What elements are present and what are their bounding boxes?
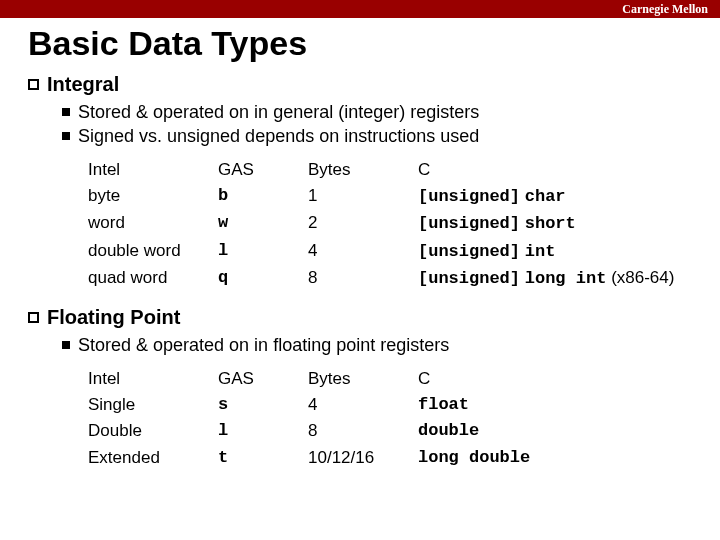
integral-bullets: Stored & operated on in general (integer… (62, 100, 692, 149)
cell-bytes: 2 (308, 210, 418, 237)
cell-c: [unsigned] long int (x86-64) (418, 265, 692, 292)
float-bullets: Stored & operated on in floating point r… (62, 333, 692, 357)
c-type: char (525, 187, 566, 206)
table-row: byte b 1 [unsigned] char (88, 183, 692, 210)
cell-c: [unsigned] short (418, 210, 692, 237)
c-type: long int (525, 269, 607, 288)
list-item: Signed vs. unsigned depends on instructi… (62, 124, 692, 148)
cell-intel: quad word (88, 265, 218, 292)
cell-gas: w (218, 210, 308, 237)
integral-heading: Integral (28, 73, 692, 96)
cell-gas: l (218, 418, 308, 444)
float-heading-text: Floating Point (47, 306, 180, 329)
cell-bytes: 8 (308, 265, 418, 292)
col-intel: Intel (88, 366, 218, 392)
cell-bytes: 8 (308, 418, 418, 444)
c-type: short (525, 214, 576, 233)
c-prefix: [unsigned] (418, 187, 520, 206)
slide-content: Basic Data Types Integral Stored & opera… (0, 18, 720, 471)
cell-intel: Single (88, 392, 218, 418)
table-row: Single s 4 float (88, 392, 692, 418)
table-row: Double l 8 double (88, 418, 692, 444)
square-bullet-icon (62, 132, 70, 140)
cell-gas: t (218, 445, 308, 471)
list-item: Stored & operated on in floating point r… (62, 333, 692, 357)
c-prefix: [unsigned] (418, 242, 520, 261)
table-row: Extended t 10/12/16 long double (88, 445, 692, 471)
cell-intel: Extended (88, 445, 218, 471)
bullet-text: Stored & operated on in general (integer… (78, 100, 479, 124)
cell-intel: byte (88, 183, 218, 210)
cell-bytes: 10/12/16 (308, 445, 418, 471)
header-bar: Carnegie Mellon (0, 0, 720, 18)
table-row: double word l 4 [unsigned] int (88, 238, 692, 265)
col-bytes: Bytes (308, 157, 418, 183)
cell-intel: Double (88, 418, 218, 444)
bullet-text: Signed vs. unsigned depends on instructi… (78, 124, 479, 148)
cell-gas: s (218, 392, 308, 418)
c-note: (x86-64) (611, 268, 674, 287)
table-header: Intel GAS Bytes C (88, 157, 692, 183)
cell-bytes: 1 (308, 183, 418, 210)
cell-c: [unsigned] int (418, 238, 692, 265)
bullet-text: Stored & operated on in floating point r… (78, 333, 449, 357)
col-c: C (418, 366, 692, 392)
square-bullet-icon (62, 341, 70, 349)
page-title: Basic Data Types (28, 24, 692, 63)
square-bullet-icon (62, 108, 70, 116)
col-c: C (418, 157, 692, 183)
list-item: Stored & operated on in general (integer… (62, 100, 692, 124)
cell-gas: q (218, 265, 308, 292)
hollow-bullet-icon (28, 79, 39, 90)
cell-c: double (418, 418, 692, 444)
c-prefix: [unsigned] (418, 269, 520, 288)
integral-table: Intel GAS Bytes C byte b 1 [unsigned] ch… (88, 157, 692, 293)
cell-intel: word (88, 210, 218, 237)
org-label: Carnegie Mellon (622, 2, 708, 17)
float-heading: Floating Point (28, 306, 692, 329)
table-row: word w 2 [unsigned] short (88, 210, 692, 237)
integral-heading-text: Integral (47, 73, 119, 96)
cell-c: long double (418, 445, 692, 471)
float-table: Intel GAS Bytes C Single s 4 float Doubl… (88, 366, 692, 471)
c-type: int (525, 242, 556, 261)
cell-c: float (418, 392, 692, 418)
table-header: Intel GAS Bytes C (88, 366, 692, 392)
cell-gas: b (218, 183, 308, 210)
cell-bytes: 4 (308, 392, 418, 418)
col-gas: GAS (218, 366, 308, 392)
col-gas: GAS (218, 157, 308, 183)
table-row: quad word q 8 [unsigned] long int (x86-6… (88, 265, 692, 292)
cell-c: [unsigned] char (418, 183, 692, 210)
col-bytes: Bytes (308, 366, 418, 392)
cell-intel: double word (88, 238, 218, 265)
col-intel: Intel (88, 157, 218, 183)
c-prefix: [unsigned] (418, 214, 520, 233)
hollow-bullet-icon (28, 312, 39, 323)
cell-bytes: 4 (308, 238, 418, 265)
cell-gas: l (218, 238, 308, 265)
